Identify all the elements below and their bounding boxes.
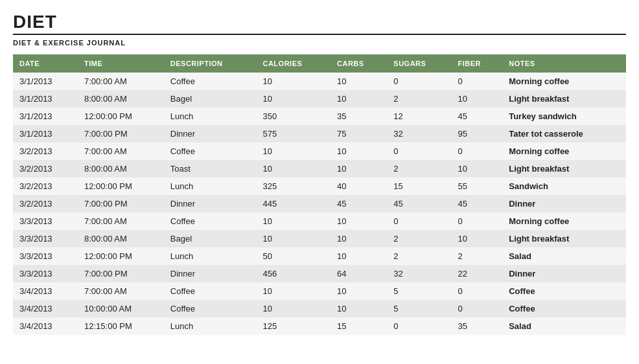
table-cell: Lunch [164, 247, 257, 265]
table-cell: 10 [331, 230, 387, 247]
table-cell: 45 [387, 195, 451, 212]
column-header-calories: CALORIES [256, 54, 331, 73]
table-cell: 5 [387, 282, 451, 300]
table-cell: 10 [331, 212, 387, 230]
table-cell: 7:00:00 PM [78, 195, 164, 212]
table-row: 3/4/201310:00:00 AMCoffee101050Coffee [13, 300, 626, 317]
table-cell: 456 [256, 265, 331, 282]
table-cell: 0 [452, 282, 503, 300]
table-cell: 3/3/2013 [13, 265, 78, 282]
table-cell: 3/4/2013 [13, 300, 78, 317]
table-cell: 64 [331, 265, 387, 282]
table-cell: 3/3/2013 [13, 212, 78, 230]
table-cell: 12:00:00 PM [78, 108, 164, 125]
table-cell: 3/4/2013 [13, 317, 78, 335]
table-cell: 45 [331, 195, 387, 212]
table-cell: 8:00:00 AM [78, 90, 164, 108]
table-cell: 0 [452, 300, 503, 317]
table-cell: 95 [452, 125, 503, 142]
table-cell: 15 [387, 177, 451, 195]
table-cell: 10 [331, 142, 387, 160]
table-cell: 2 [387, 247, 451, 265]
table-cell: 3/2/2013 [13, 160, 78, 177]
table-cell: 3/1/2013 [13, 90, 78, 108]
table-cell: 3/1/2013 [13, 108, 78, 125]
table-cell: 10 [256, 300, 331, 317]
table-cell: Morning coffee [502, 73, 626, 90]
table-cell: Salad [502, 317, 626, 335]
table-cell: 10 [331, 160, 387, 177]
table-row: 3/2/20138:00:00 AMToast1010210Light brea… [13, 160, 626, 177]
table-cell: 2 [387, 90, 451, 108]
table-cell: Light breakfast [502, 160, 626, 177]
table-row: 3/1/20138:00:00 AMBagel1010210Light brea… [13, 90, 626, 108]
table-cell: Lunch [164, 177, 257, 195]
table-cell: 10 [331, 282, 387, 300]
page-subtitle: DIET & EXERCISE JOURNAL [13, 39, 626, 47]
table-cell: 10 [331, 300, 387, 317]
table-header: DATETIMEDESCRIPTIONCALORIESCARBSSUGARSFI… [13, 54, 626, 73]
table-cell: 10 [452, 230, 503, 247]
table-cell: Coffee [502, 282, 626, 300]
table-cell: 50 [256, 247, 331, 265]
table-row: 3/2/201312:00:00 PMLunch325401555Sandwic… [13, 177, 626, 195]
table-cell: 125 [256, 317, 331, 335]
diet-table: DATETIMEDESCRIPTIONCALORIESCARBSSUGARSFI… [13, 54, 626, 335]
table-row: 3/3/20137:00:00 AMCoffee101000Morning co… [13, 212, 626, 230]
table-cell: Bagel [164, 230, 257, 247]
table-cell: 325 [256, 177, 331, 195]
page-title: DIET [13, 12, 626, 32]
table-row: 3/3/201312:00:00 PMLunch501022Salad [13, 247, 626, 265]
table-cell: Salad [502, 247, 626, 265]
table-cell: Tater tot casserole [502, 125, 626, 142]
table-cell: 8:00:00 AM [78, 160, 164, 177]
column-header-date: DATE [13, 54, 78, 73]
table-cell: 75 [331, 125, 387, 142]
table-cell: Dinner [502, 265, 626, 282]
column-header-notes: NOTES [502, 54, 626, 73]
table-cell: 7:00:00 AM [78, 142, 164, 160]
table-row: 3/1/20137:00:00 PMDinner575753295Tater t… [13, 125, 626, 142]
table-cell: 0 [452, 73, 503, 90]
table-cell: 3/2/2013 [13, 177, 78, 195]
table-cell: 10 [331, 247, 387, 265]
table-cell: Bagel [164, 90, 257, 108]
table-cell: 10 [331, 73, 387, 90]
table-cell: Dinner [164, 195, 257, 212]
table-cell: 445 [256, 195, 331, 212]
table-cell: Light breakfast [502, 230, 626, 247]
table-cell: 7:00:00 AM [78, 212, 164, 230]
column-header-sugars: SUGARS [387, 54, 451, 73]
table-row: 3/4/20137:00:00 AMCoffee101050Coffee [13, 282, 626, 300]
table-cell: 7:00:00 AM [78, 282, 164, 300]
table-cell: Coffee [502, 300, 626, 317]
table-cell: Coffee [164, 300, 257, 317]
table-row: 3/4/201312:15:00 PMLunch12515035Salad [13, 317, 626, 335]
table-cell: 10 [256, 90, 331, 108]
table-cell: 0 [452, 142, 503, 160]
table-cell: 12:00:00 PM [78, 177, 164, 195]
table-cell: 32 [387, 265, 451, 282]
table-cell: 10:00:00 AM [78, 300, 164, 317]
table-cell: 0 [387, 142, 451, 160]
table-cell: 3/2/2013 [13, 142, 78, 160]
column-header-fiber: FIBER [452, 54, 503, 73]
table-cell: Toast [164, 160, 257, 177]
table-cell: 10 [256, 282, 331, 300]
table-cell: 3/3/2013 [13, 230, 78, 247]
table-cell: 3/1/2013 [13, 125, 78, 142]
column-header-time: TIME [78, 54, 164, 73]
table-row: 3/2/20137:00:00 PMDinner445454545Dinner [13, 195, 626, 212]
table-row: 3/2/20137:00:00 AMCoffee101000Morning co… [13, 142, 626, 160]
column-header-description: DESCRIPTION [164, 54, 257, 73]
table-cell: 7:00:00 AM [78, 73, 164, 90]
column-header-carbs: CARBS [331, 54, 387, 73]
table-cell: 10 [256, 212, 331, 230]
table-cell: 55 [452, 177, 503, 195]
table-row: 3/1/201312:00:00 PMLunch350351245Turkey … [13, 108, 626, 125]
table-cell: 2 [452, 247, 503, 265]
table-cell: Dinner [164, 265, 257, 282]
table-cell: 35 [452, 317, 503, 335]
table-row: 3/1/20137:00:00 AMCoffee101000Morning co… [13, 73, 626, 90]
table-cell: 0 [387, 73, 451, 90]
